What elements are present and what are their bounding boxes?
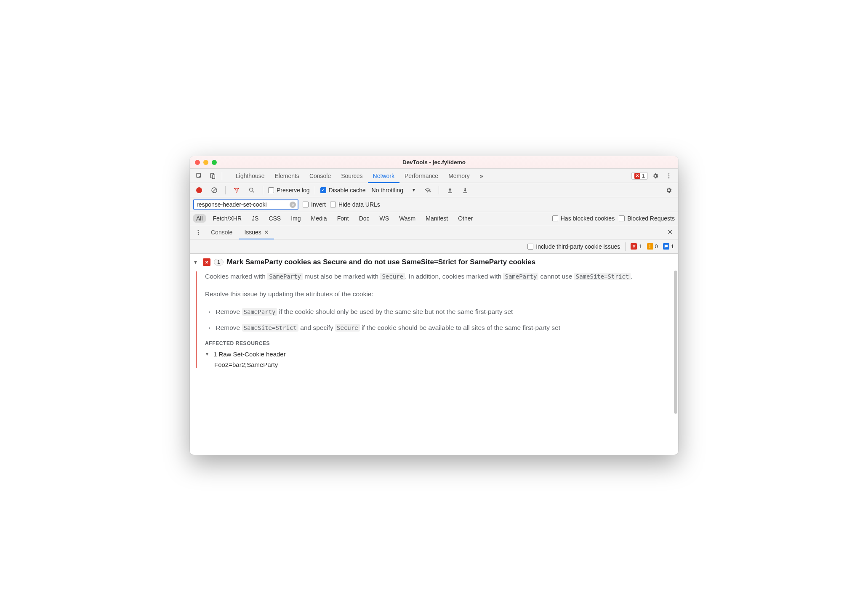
close-drawer-icon[interactable]: ✕ (664, 227, 676, 238)
type-css[interactable]: CSS (266, 214, 284, 223)
info-count-chip[interactable]: 1 (663, 243, 674, 250)
devtools-window: DevTools - jec.fyi/demo Lighthouse Eleme… (190, 156, 678, 455)
svg-point-11 (198, 231, 199, 233)
network-toolbar: Preserve log Disable cache No throttling… (190, 183, 678, 197)
tab-sources[interactable]: Sources (336, 169, 367, 183)
search-icon[interactable] (246, 185, 258, 196)
drawer-tab-console[interactable]: Console (206, 225, 237, 239)
tab-console[interactable]: Console (304, 169, 336, 183)
kebab-menu-icon[interactable] (663, 170, 675, 181)
svg-rect-2 (212, 175, 215, 178)
disable-cache-checkbox[interactable]: Disable cache (320, 187, 366, 194)
main-tabs: Lighthouse Elements Console Sources Netw… (231, 169, 630, 183)
svg-point-9 (429, 191, 430, 192)
drawer-tab-issues[interactable]: Issues ✕ (239, 225, 274, 239)
tab-lighthouse[interactable]: Lighthouse (231, 169, 270, 183)
affected-resources-label: AFFECTED RESOURCES (205, 340, 671, 346)
inspect-element-icon[interactable] (193, 170, 205, 181)
tab-elements[interactable]: Elements (270, 169, 304, 183)
resolution-item: → Remove SameSite=Strict and specify Sec… (205, 323, 671, 333)
hide-data-urls-checkbox[interactable]: Hide data URLs (330, 201, 380, 208)
close-window-button[interactable] (195, 160, 200, 165)
throttling-select[interactable]: No throttling ▼ (369, 187, 418, 194)
record-button[interactable] (193, 185, 205, 196)
checkbox-icon (552, 215, 558, 221)
preserve-log-checkbox[interactable]: Preserve log (268, 187, 310, 194)
type-js[interactable]: JS (249, 214, 261, 223)
svg-point-7 (250, 188, 253, 191)
filter-bar: response-header-set-cooki ✕ Invert Hide … (190, 197, 678, 212)
tabs-overflow-icon[interactable]: » (475, 169, 488, 183)
include-third-party-checkbox[interactable]: Include third-party cookie issues (527, 243, 620, 250)
svg-point-4 (668, 175, 670, 176)
svg-point-5 (668, 177, 670, 178)
main-toolbar: Lighthouse Elements Console Sources Netw… (190, 169, 678, 183)
hide-data-urls-label: Hide data URLs (338, 201, 380, 208)
tab-performance[interactable]: Performance (399, 169, 443, 183)
divider (263, 186, 263, 194)
type-all[interactable]: All (193, 214, 206, 223)
clear-icon[interactable] (208, 185, 220, 196)
tab-network[interactable]: Network (368, 169, 399, 183)
download-har-icon[interactable] (459, 185, 471, 196)
filter-funnel-icon[interactable] (231, 185, 242, 196)
filter-input[interactable]: response-header-set-cooki ✕ (193, 199, 298, 210)
blocked-requests-checkbox[interactable]: Blocked Requests (619, 215, 675, 222)
throttling-value: No throttling (372, 187, 403, 194)
affected-header[interactable]: ▼ 1 Raw Set-Cookie header (205, 351, 671, 358)
divider (315, 186, 315, 194)
error-icon: ✕ (631, 243, 637, 250)
scrollbar-thumb[interactable] (674, 271, 677, 414)
type-filter-row: All Fetch/XHR JS CSS Img Media Font Doc … (190, 212, 678, 225)
has-blocked-cookies-checkbox[interactable]: Has blocked cookies (552, 215, 615, 222)
checkbox-icon (527, 244, 533, 250)
type-fetchxhr[interactable]: Fetch/XHR (210, 214, 245, 223)
error-count-chip[interactable]: ✕ 1 (631, 243, 642, 250)
expand-triangle-icon[interactable]: ▼ (205, 352, 211, 356)
error-count-badge[interactable]: ✕ 1 (631, 172, 648, 180)
invert-checkbox[interactable]: Invert (303, 201, 326, 208)
minimize-window-button[interactable] (203, 160, 208, 165)
close-tab-icon[interactable]: ✕ (264, 229, 269, 236)
titlebar: DevTools - jec.fyi/demo (190, 156, 678, 169)
arrow-icon: → (205, 323, 212, 333)
network-conditions-icon[interactable] (422, 185, 434, 196)
type-doc[interactable]: Doc (356, 214, 373, 223)
issue-description: Cookies marked with SameParty must also … (205, 271, 671, 333)
checkbox-icon (268, 187, 274, 193)
expand-triangle-icon[interactable]: ▼ (193, 260, 200, 265)
tab-memory[interactable]: Memory (443, 169, 475, 183)
upload-har-icon[interactable] (444, 185, 456, 196)
type-img[interactable]: Img (288, 214, 304, 223)
affected-resources: ▼ 1 Raw Set-Cookie header Foo2=bar2;Same… (205, 351, 671, 368)
divider (625, 242, 626, 251)
warning-count-chip[interactable]: ! 0 (647, 243, 658, 250)
issue-header[interactable]: ▼ ✕ 1 Mark SameParty cookies as Secure a… (193, 258, 671, 266)
panel-settings-gear-icon[interactable] (663, 185, 675, 196)
drawer-tabs: Console Issues ✕ ✕ (190, 225, 678, 239)
type-wasm[interactable]: Wasm (396, 214, 418, 223)
warning-icon: ! (647, 243, 653, 250)
divider (225, 186, 226, 194)
type-media[interactable]: Media (308, 214, 330, 223)
svg-point-12 (198, 234, 199, 235)
issue-severity-icon: ✕ (203, 258, 210, 266)
clear-filter-icon[interactable]: ✕ (290, 202, 296, 208)
type-ws[interactable]: WS (377, 214, 392, 223)
type-other[interactable]: Other (455, 214, 476, 223)
settings-gear-icon[interactable] (650, 170, 661, 181)
blocked-requests-label: Blocked Requests (627, 215, 675, 222)
type-font[interactable]: Font (334, 214, 352, 223)
drawer-kebab-icon[interactable] (192, 227, 204, 238)
info-count-value: 1 (671, 243, 674, 250)
device-toolbar-icon[interactable] (207, 170, 218, 181)
arrow-icon: → (205, 307, 212, 317)
type-manifest[interactable]: Manifest (423, 214, 451, 223)
drawer-tab-issues-label: Issues (244, 229, 261, 236)
error-icon: ✕ (634, 173, 640, 179)
error-count-value: 1 (639, 243, 642, 250)
maximize-window-button[interactable] (212, 160, 217, 165)
filter-value: response-header-set-cooki (197, 201, 290, 208)
issue-body: ▼ ✕ 1 Mark SameParty cookies as Secure a… (190, 254, 678, 455)
issues-toolbar: Include third-party cookie issues ✕ 1 ! … (190, 239, 678, 254)
